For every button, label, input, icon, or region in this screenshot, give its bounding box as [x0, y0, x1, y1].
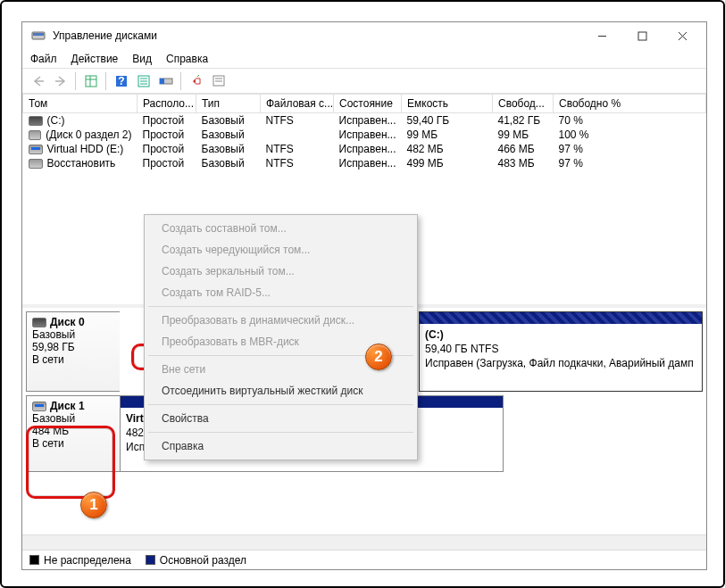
properties-button[interactable]: [208, 70, 229, 91]
volume-row[interactable]: (C:) ПростойБазовыйNTFS Исправен...59,40…: [23, 113, 706, 128]
disk-0-header[interactable]: Диск 0 Базовый 59,98 ГБ В сети: [26, 311, 120, 392]
ctx-dynamic: Преобразовать в динамический диск...: [147, 310, 414, 331]
menu-help[interactable]: Справка: [165, 51, 209, 67]
drive-icon: [29, 130, 42, 140]
svg-rect-1: [33, 33, 44, 36]
graphical-button[interactable]: [155, 70, 176, 91]
volume-row[interactable]: (Диск 0 раздел 2) ПростойБазовый Исправе…: [23, 128, 706, 142]
col-free[interactable]: Свобод...: [493, 95, 554, 113]
title-bar: Управление дисками: [22, 22, 706, 49]
col-layout[interactable]: Располо...: [138, 95, 196, 113]
app-icon: [31, 29, 46, 43]
volume-row[interactable]: Восстановить ПростойБазовыйNTFS Исправен…: [23, 156, 706, 170]
help-button[interactable]: ?: [111, 70, 131, 91]
col-freepct[interactable]: Свободно %: [554, 95, 706, 113]
svg-rect-3: [638, 32, 646, 40]
col-status[interactable]: Состояние: [334, 95, 402, 113]
menu-file[interactable]: Файл: [29, 51, 58, 67]
horizontal-scrollbar[interactable]: [22, 534, 706, 550]
col-fs[interactable]: Файловая с...: [261, 95, 334, 113]
legend-label-unalloc: Не распределена: [44, 554, 131, 567]
legend-bar: Не распределена Основной раздел: [22, 550, 706, 569]
menu-view[interactable]: Вид: [131, 51, 153, 67]
back-button: [28, 70, 48, 91]
refresh-button[interactable]: [186, 70, 206, 91]
ctx-raid5: Создать том RAID-5...: [147, 282, 414, 303]
volume-row[interactable]: Virtual HDD (E:) ПростойБазовыйNTFS Испр…: [23, 142, 706, 156]
minimize-button[interactable]: [582, 23, 622, 48]
toolbar: ?: [22, 68, 706, 94]
col-cap[interactable]: Емкость: [402, 95, 493, 113]
context-menu[interactable]: Создать составной том... Создать чередую…: [144, 214, 418, 460]
ctx-detach-vhd[interactable]: Отсоединить виртуальный жесткий диск: [147, 380, 414, 402]
ctx-spanned: Создать составной том...: [147, 218, 414, 239]
menu-bar: Файл Действие Вид Справка: [22, 49, 706, 68]
forward-button: [50, 70, 71, 91]
badge-2: 2: [365, 344, 392, 370]
close-button[interactable]: [662, 23, 703, 48]
disk-icon: [32, 318, 46, 327]
badge-1: 1: [80, 492, 107, 518]
drive-icon: [29, 159, 43, 169]
maximize-button[interactable]: [622, 23, 662, 48]
ctx-properties[interactable]: Свойства: [147, 408, 414, 429]
ctx-striped: Создать чередующийся том...: [147, 239, 414, 261]
disk-0-part-c[interactable]: (C:)59,40 ГБ NTFSИсправен (Загрузка, Фай…: [419, 311, 703, 392]
col-volume[interactable]: Том: [23, 95, 138, 113]
disk-icon: [32, 402, 46, 411]
ctx-help[interactable]: Справка: [147, 435, 414, 457]
col-type[interactable]: Тип: [196, 95, 261, 113]
drive-icon: [29, 116, 43, 126]
legend-swatch-primary: [146, 555, 155, 565]
drive-icon: [29, 145, 43, 154]
volume-table[interactable]: Том Располо... Тип Файловая с... Состоян…: [22, 94, 706, 170]
svg-rect-6: [86, 76, 96, 87]
menu-action[interactable]: Действие: [71, 51, 120, 67]
columns-button[interactable]: [80, 70, 101, 91]
list-button[interactable]: [133, 70, 154, 91]
svg-text:?: ?: [118, 75, 124, 87]
legend-swatch-unalloc: [29, 555, 39, 565]
svg-rect-16: [160, 79, 164, 84]
window-title: Управление дисками: [51, 29, 582, 42]
ctx-mirror: Создать зеркальный том...: [147, 261, 414, 282]
disk-1-header[interactable]: Диск 1 Базовый 484 МБ В сети: [26, 395, 120, 472]
legend-label-primary: Основной раздел: [160, 554, 246, 567]
